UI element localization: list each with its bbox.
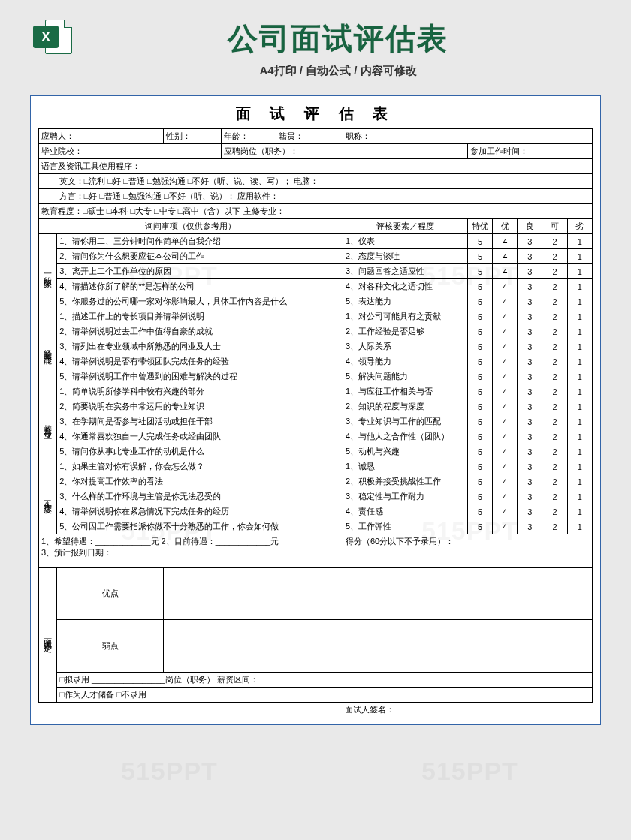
score-cell[interactable]: 4 bbox=[493, 489, 518, 504]
score-cell[interactable]: 3 bbox=[518, 264, 542, 279]
score-cell[interactable]: 1 bbox=[567, 474, 592, 489]
score-cell[interactable]: 2 bbox=[542, 384, 567, 399]
score-cell[interactable]: 1 bbox=[567, 294, 592, 309]
cons-field[interactable] bbox=[163, 620, 592, 673]
score-cell[interactable]: 2 bbox=[542, 444, 567, 459]
score-cell[interactable]: 3 bbox=[518, 234, 542, 249]
score-cell[interactable]: 5 bbox=[467, 399, 492, 414]
score-cell[interactable]: 4 bbox=[493, 429, 518, 444]
score-cell[interactable]: 1 bbox=[567, 234, 592, 249]
score-cell[interactable]: 5 bbox=[467, 279, 492, 294]
score-cell[interactable]: 4 bbox=[493, 264, 518, 279]
score-cell[interactable]: 1 bbox=[567, 339, 592, 354]
score-cell[interactable]: 1 bbox=[567, 264, 592, 279]
score-cell[interactable]: 2 bbox=[542, 369, 567, 384]
score-cell[interactable]: 2 bbox=[542, 324, 567, 339]
score-cell[interactable]: 3 bbox=[518, 459, 542, 474]
score-cell[interactable]: 4 bbox=[493, 234, 518, 249]
score-cell[interactable]: 1 bbox=[567, 309, 592, 324]
score-cell[interactable]: 1 bbox=[567, 384, 592, 399]
score-cell[interactable]: 2 bbox=[542, 294, 567, 309]
score-cell[interactable]: 4 bbox=[493, 459, 518, 474]
score-cell[interactable]: 1 bbox=[567, 414, 592, 429]
score-cell[interactable]: 2 bbox=[542, 504, 567, 519]
score-cell[interactable]: 1 bbox=[567, 399, 592, 414]
score-cell[interactable]: 5 bbox=[467, 444, 492, 459]
score-cell[interactable]: 4 bbox=[493, 384, 518, 399]
score-cell[interactable]: 4 bbox=[493, 309, 518, 324]
score-cell[interactable]: 4 bbox=[493, 369, 518, 384]
score-cell[interactable]: 2 bbox=[542, 459, 567, 474]
score-cell[interactable]: 5 bbox=[467, 414, 492, 429]
score-cell[interactable]: 3 bbox=[518, 339, 542, 354]
score-cell[interactable]: 5 bbox=[467, 504, 492, 519]
score-cell[interactable]: 1 bbox=[567, 369, 592, 384]
score-cell[interactable]: 2 bbox=[542, 279, 567, 294]
score-cell[interactable]: 4 bbox=[493, 414, 518, 429]
score-cell[interactable]: 1 bbox=[567, 279, 592, 294]
score-cell[interactable]: 5 bbox=[467, 294, 492, 309]
score-cell[interactable]: 2 bbox=[542, 519, 567, 534]
score-cell[interactable]: 1 bbox=[567, 249, 592, 264]
score-cell[interactable]: 5 bbox=[467, 234, 492, 249]
score-cell[interactable]: 2 bbox=[542, 429, 567, 444]
score-cell[interactable]: 4 bbox=[493, 474, 518, 489]
score-cell[interactable]: 4 bbox=[493, 339, 518, 354]
score-cell[interactable]: 3 bbox=[518, 504, 542, 519]
score-cell[interactable]: 2 bbox=[542, 264, 567, 279]
score-cell[interactable]: 3 bbox=[518, 489, 542, 504]
score-cell[interactable]: 5 bbox=[467, 429, 492, 444]
score-cell[interactable]: 3 bbox=[518, 249, 542, 264]
score-cell[interactable]: 1 bbox=[567, 489, 592, 504]
score-cell[interactable]: 2 bbox=[542, 474, 567, 489]
score-cell[interactable]: 3 bbox=[518, 474, 542, 489]
score-cell[interactable]: 4 bbox=[493, 324, 518, 339]
score-cell[interactable]: 1 bbox=[567, 519, 592, 534]
score-cell[interactable]: 5 bbox=[467, 339, 492, 354]
score-cell[interactable]: 2 bbox=[542, 414, 567, 429]
score-cell[interactable]: 3 bbox=[518, 414, 542, 429]
score-cell[interactable]: 3 bbox=[518, 294, 542, 309]
score-cell[interactable]: 3 bbox=[518, 369, 542, 384]
score-cell[interactable]: 2 bbox=[542, 489, 567, 504]
score-cell[interactable]: 3 bbox=[518, 384, 542, 399]
score-cell[interactable]: 2 bbox=[542, 354, 567, 369]
score-cell[interactable]: 1 bbox=[567, 354, 592, 369]
score-cell[interactable]: 1 bbox=[567, 324, 592, 339]
score-cell[interactable]: 4 bbox=[493, 279, 518, 294]
score-cell[interactable]: 5 bbox=[467, 309, 492, 324]
score-cell[interactable]: 1 bbox=[567, 504, 592, 519]
score-cell[interactable]: 5 bbox=[467, 519, 492, 534]
score-cell[interactable]: 4 bbox=[493, 399, 518, 414]
score-cell[interactable]: 2 bbox=[542, 249, 567, 264]
score-cell[interactable]: 5 bbox=[467, 354, 492, 369]
score-cell[interactable]: 5 bbox=[467, 384, 492, 399]
score-cell[interactable]: 3 bbox=[518, 309, 542, 324]
score-cell[interactable]: 4 bbox=[493, 294, 518, 309]
score-cell[interactable]: 4 bbox=[493, 444, 518, 459]
score-cell[interactable]: 4 bbox=[493, 519, 518, 534]
pros-field[interactable] bbox=[163, 568, 592, 620]
score-cell[interactable]: 5 bbox=[467, 459, 492, 474]
score-cell[interactable]: 5 bbox=[467, 264, 492, 279]
score-cell[interactable]: 1 bbox=[567, 444, 592, 459]
score-cell[interactable]: 3 bbox=[518, 279, 542, 294]
score-cell[interactable]: 4 bbox=[493, 504, 518, 519]
score-cell[interactable]: 3 bbox=[518, 399, 542, 414]
score-cell[interactable]: 5 bbox=[467, 249, 492, 264]
score-cell[interactable]: 5 bbox=[467, 489, 492, 504]
score-cell[interactable]: 3 bbox=[518, 429, 542, 444]
score-cell[interactable]: 5 bbox=[467, 474, 492, 489]
score-cell[interactable]: 2 bbox=[542, 339, 567, 354]
score-cell[interactable]: 3 bbox=[518, 324, 542, 339]
score-cell[interactable]: 4 bbox=[493, 354, 518, 369]
score-cell[interactable]: 2 bbox=[542, 309, 567, 324]
score-cell[interactable]: 5 bbox=[467, 324, 492, 339]
score-cell[interactable]: 5 bbox=[467, 369, 492, 384]
score-cell[interactable]: 1 bbox=[567, 429, 592, 444]
score-cell[interactable]: 1 bbox=[567, 459, 592, 474]
score-cell[interactable]: 3 bbox=[518, 444, 542, 459]
score-cell[interactable]: 3 bbox=[518, 519, 542, 534]
score-cell[interactable]: 2 bbox=[542, 399, 567, 414]
score-cell[interactable]: 3 bbox=[518, 354, 542, 369]
